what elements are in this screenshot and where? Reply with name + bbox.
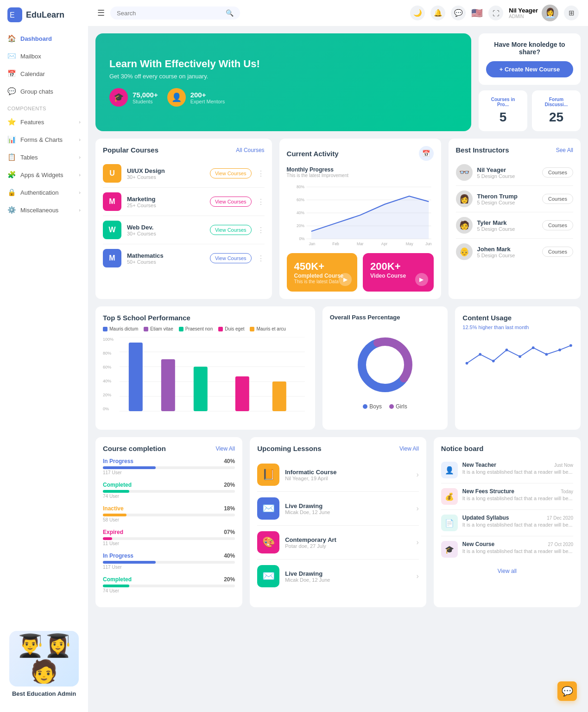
lesson-item[interactable]: ✉️ Live Drawing Micak Doe, 12 June ›	[257, 492, 419, 526]
instructors-title: Best Instructors	[456, 146, 509, 154]
instructor-courses-button[interactable]: Courses	[542, 247, 573, 257]
sidebar-item-mailbox[interactable]: ✉️ Mailbox	[0, 47, 88, 65]
video-course-stat: 200K+ Video Course ▶	[363, 253, 433, 292]
lesson-sub: Nil Yeager, 19 April	[285, 476, 411, 481]
dots-menu[interactable]: ⋮	[257, 169, 265, 178]
language-flag[interactable]: 🇺🇸	[471, 7, 483, 19]
notice-text: It is a long established fact that a rea…	[462, 496, 573, 501]
course-icon: M	[103, 249, 121, 267]
legend-dot	[250, 327, 254, 331]
instructor-course: 5 Design Course	[477, 173, 538, 179]
completion-list: In Progress 40% 117 User Completed 20% 7…	[103, 458, 235, 593]
messages-icon[interactable]: 💬	[451, 6, 466, 20]
sidebar-item-apps-widgets[interactable]: 🧩 Apps & Widgets ›	[0, 166, 88, 184]
view-courses-button[interactable]: View Courses	[210, 197, 252, 207]
sidebar-item-forms-charts[interactable]: 📊 Forms & Charts ›	[0, 131, 88, 148]
course-icon: M	[103, 192, 121, 211]
calendar-mini-icon[interactable]: 📅	[419, 146, 434, 161]
notice-title-row: New Course 27 Oct 2020	[462, 541, 573, 547]
lesson-name: Informatic Course	[285, 469, 411, 476]
logo-icon: E	[7, 7, 22, 22]
menu-toggle[interactable]: ☰	[97, 8, 105, 18]
notice-time: Today	[561, 489, 573, 494]
sidebar-item-misc[interactable]: ⚙️ Miscellaneous ›	[0, 201, 88, 219]
progress-bar-bg	[103, 490, 235, 493]
sidebar-item-features[interactable]: ⭐ Features ›	[0, 113, 88, 131]
view-courses-button[interactable]: View Courses	[210, 168, 252, 178]
sidebar-item-groupchats[interactable]: 💬 Group chats	[0, 83, 88, 100]
overall-pass-card: Overall Pass Percentage Boys	[322, 306, 448, 430]
completion-view-all[interactable]: View All	[215, 445, 235, 452]
lesson-arrow-icon: ›	[416, 538, 418, 547]
sidebar-item-dashboard[interactable]: 🏠 Dashboard	[0, 30, 88, 47]
instructor-item: 🧑 Tyler Mark 5 Design Course Courses	[456, 212, 573, 239]
notice-item: 👤 New Teacher Just Now It is a long esta…	[441, 457, 573, 483]
hero-stats: 🎓 75,000+ Students 👤 200+ Exp	[109, 88, 457, 107]
lesson-sub: Potar doe, 27 July	[285, 543, 411, 549]
lesson-icon: 📙	[257, 464, 279, 486]
view-courses-button[interactable]: View Courses	[210, 253, 252, 263]
dots-menu[interactable]: ⋮	[257, 254, 265, 263]
see-all-link[interactable]: See All	[556, 147, 573, 153]
sidebar-item-auth[interactable]: 🔒 Authentication ›	[0, 184, 88, 201]
search-input[interactable]	[117, 10, 222, 17]
create-course-button[interactable]: + Create New Course	[486, 61, 573, 77]
progress-label-row: Expired 07%	[103, 529, 235, 535]
donut-chart	[330, 325, 441, 400]
fullscreen-toggle[interactable]: ⛶	[488, 6, 503, 20]
progress-label: Completed	[103, 576, 132, 583]
progress-item: Completed 20% 74 User	[103, 482, 235, 499]
courses-list: U UI/UX Design 30+ Courses View Courses …	[103, 159, 265, 272]
video-course-btn[interactable]: ▶	[415, 273, 428, 286]
stats-row: Courses in Pro... 5 Forum Discussi... 25	[479, 90, 581, 131]
sidebar-item-tables[interactable]: 📋 Tables ›	[0, 148, 88, 166]
instructor-courses-button[interactable]: Courses	[542, 167, 573, 178]
completed-course-btn[interactable]: ▶	[339, 273, 352, 286]
lesson-item[interactable]: 📙 Informatic Course Nil Yeager, 19 April…	[257, 458, 419, 492]
svg-rect-27	[194, 367, 208, 411]
legend-dot	[218, 327, 223, 331]
dots-menu[interactable]: ⋮	[257, 197, 265, 206]
svg-point-34	[479, 353, 482, 356]
course-name: Web Dev.	[127, 224, 204, 231]
theme-toggle[interactable]: 🌙	[410, 6, 425, 20]
notice-icon: 📄	[441, 515, 458, 531]
svg-text:40%: 40%	[297, 210, 304, 215]
search-box[interactable]: 🔍	[110, 6, 240, 19]
completion-header: Course completion View All	[103, 445, 235, 452]
svg-point-36	[506, 349, 508, 351]
all-courses-link[interactable]: All Courses	[236, 147, 264, 153]
mid-section: Top 5 School Performance Mauris dictumEt…	[95, 306, 581, 430]
lesson-icon: ✉️	[257, 565, 279, 587]
forum-label: Forum Discussi...	[538, 97, 574, 107]
svg-text:0%: 0%	[299, 236, 304, 241]
lesson-name: Live Drawing	[285, 570, 411, 577]
instructor-name: Tyler Mark	[477, 219, 538, 226]
svg-text:Feb: Feb	[332, 242, 339, 246]
lesson-item[interactable]: 🎨 Contemporary Art Potar doe, 27 July ›	[257, 526, 419, 559]
lessons-title: Upcoming Lessons	[257, 445, 321, 452]
create-course-card: Have More knoledge to share? + Create Ne…	[479, 33, 581, 85]
progress-bar-fill	[103, 585, 129, 587]
monthly-progress-chart: 80% 60% 40% 20% 0%	[287, 183, 434, 248]
nav-section-components: Components	[0, 100, 88, 113]
lesson-info: Contemporary Art Potar doe, 27 July	[285, 536, 411, 549]
notifications-bell[interactable]: 🔔	[430, 6, 445, 20]
sidebar-item-calendar[interactable]: 📅 Calendar	[0, 65, 88, 83]
avatar[interactable]: 👩‍💼	[542, 5, 558, 21]
lesson-item[interactable]: ✉️ Live Drawing Micak Doe, 12 June ›	[257, 559, 419, 593]
dots-menu[interactable]: ⋮	[257, 226, 265, 235]
current-activity-card: Current Activity 📅 Monthly Progress This…	[279, 139, 441, 299]
grid-icon[interactable]: ⊞	[564, 6, 579, 20]
instructor-courses-button[interactable]: Courses	[542, 220, 573, 230]
view-courses-button[interactable]: View Courses	[210, 225, 252, 235]
progress-bar-fill	[103, 537, 112, 540]
notice-view-all[interactable]: View all	[441, 562, 573, 580]
svg-rect-28	[235, 376, 249, 411]
course-info: Marketing 25+ Courses	[127, 196, 204, 208]
boys-legend: Boys	[363, 403, 382, 410]
lessons-view-all[interactable]: View All	[399, 445, 419, 452]
instructor-courses-button[interactable]: Courses	[542, 194, 573, 204]
chart-title: Monthly Progress	[287, 166, 434, 173]
fab-button[interactable]: 💬	[557, 681, 577, 701]
